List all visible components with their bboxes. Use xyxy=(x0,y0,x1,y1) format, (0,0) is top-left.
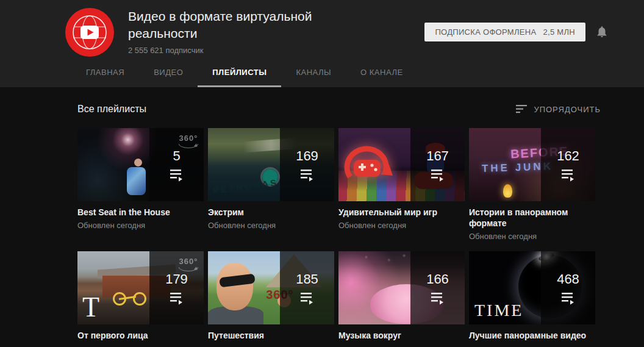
playlist-card[interactable]: 5 360° Best Seat in the House Обновлен с… xyxy=(77,128,204,241)
playlist-count-overlay: 162 xyxy=(541,128,595,201)
playlist-title[interactable]: Best Seat in the House xyxy=(77,207,204,218)
playlist-count-overlay: 167 xyxy=(410,128,465,201)
video-count: 179 xyxy=(165,271,188,287)
channel-avatar xyxy=(65,8,114,57)
video-count: 162 xyxy=(557,148,579,164)
tab-videos[interactable]: ВИДЕО xyxy=(139,59,198,87)
playlist-card[interactable]: 166 Музыка вокруг xyxy=(338,251,465,341)
tab-home[interactable]: ГЛАВНАЯ xyxy=(71,59,139,87)
playlist-thumbnail[interactable]: 5 360° xyxy=(77,128,204,201)
playlist-title[interactable]: Лучшие панорамные видео xyxy=(469,330,595,341)
playlist-icon xyxy=(170,170,184,182)
playlist-icon xyxy=(301,170,314,182)
petronas-text: PETRONAS xyxy=(213,177,279,196)
playlist-icon xyxy=(431,170,445,182)
360-badge: 360° xyxy=(179,256,198,271)
playlist-thumbnail[interactable]: T 179 360° xyxy=(77,251,204,324)
vr-globe-logo xyxy=(65,8,114,57)
channel-info: Видео в формате виртуальной реальности 2… xyxy=(128,8,348,55)
video-count: 166 xyxy=(426,271,449,287)
time-logo-text: TIME xyxy=(474,301,523,320)
playlist-icon xyxy=(301,293,314,305)
playlist-icon xyxy=(562,170,575,182)
sort-label: УПОРЯДОЧИТЬ xyxy=(534,105,601,114)
video-count: 185 xyxy=(296,271,318,287)
video-count: 5 xyxy=(173,148,180,164)
channel-header: Видео в формате виртуальной реальности 2… xyxy=(0,0,644,59)
playlist-title[interactable]: Музыка вокруг xyxy=(338,330,465,341)
playlist-count-overlay: 169 xyxy=(280,128,334,201)
playlist-count-overlay: 166 xyxy=(410,251,465,324)
playlist-updated: Обновлен сегодня xyxy=(208,221,334,230)
360-badge: 360° xyxy=(179,132,198,148)
subscribed-button[interactable]: ПОДПИСКА ОФОРМЛЕНА 2,5 МЛН xyxy=(424,23,585,41)
tab-channels[interactable]: КАНАЛЫ xyxy=(281,59,346,87)
section-title: Все плейлисты xyxy=(77,104,146,115)
playlist-card[interactable]: T 179 360° От первого лица xyxy=(77,251,204,341)
playlist-count-overlay: 185 xyxy=(280,251,334,324)
playlist-title[interactable]: От первого лица xyxy=(77,330,204,341)
playlist-thumbnail[interactable]: 360° 185 xyxy=(208,251,334,324)
playlist-updated: Обновлен сегодня xyxy=(77,221,204,230)
tab-playlists[interactable]: ПЛЕЙЛИСТЫ xyxy=(198,59,281,87)
subscribed-label: ПОДПИСКА ОФОРМЛЕНА xyxy=(435,27,536,37)
playlist-card[interactable]: PETRONAS 169 Экстрим Обновлен сегодня xyxy=(208,128,334,241)
notification-bell-icon[interactable] xyxy=(595,25,609,38)
nyt-logo-text: T xyxy=(82,295,99,320)
video-count: 169 xyxy=(296,148,318,164)
playlist-icon xyxy=(562,293,575,305)
playlist-title[interactable]: Удивительный мир игр xyxy=(338,207,465,218)
playlists-grid: 5 360° Best Seat in the House Обновлен с… xyxy=(77,128,601,341)
section-header: Все плейлисты УПОРЯДОЧИТЬ xyxy=(77,104,601,115)
playlist-card[interactable]: TIME 468 Лучшие панорамные видео xyxy=(469,251,595,341)
subscriber-count-short: 2,5 МЛН xyxy=(543,27,575,37)
playlist-icon xyxy=(431,293,445,305)
playlist-title[interactable]: Истории в панорамном формате xyxy=(469,207,595,229)
gamepad-360-logo xyxy=(342,143,394,191)
playlist-thumbnail[interactable]: 167 xyxy=(338,128,465,201)
subscriber-count: 2 555 621 подписчик xyxy=(128,46,348,55)
playlists-page: Все плейлисты УПОРЯДОЧИТЬ 5 xyxy=(77,104,601,341)
playlist-thumbnail[interactable]: BEFORE THE JUNK 162 xyxy=(469,128,595,201)
playlist-thumbnail[interactable]: PETRONAS 169 xyxy=(208,128,334,201)
playlist-title[interactable]: Путешествия xyxy=(208,330,334,341)
playlist-updated: Обновлен сегодня xyxy=(469,232,595,241)
video-count: 167 xyxy=(426,148,449,164)
playlist-icon xyxy=(170,293,184,305)
sort-icon xyxy=(516,105,528,113)
channel-tabs: ГЛАВНАЯ ВИДЕО ПЛЕЙЛИСТЫ КАНАЛЫ О КАНАЛЕ xyxy=(0,59,644,87)
playlist-updated: Обновлен сегодня xyxy=(338,221,465,230)
playlist-card[interactable]: BEFORE THE JUNK 162 Истории в панорамном… xyxy=(469,128,595,241)
playlist-card[interactable]: 360° 185 Путешествия xyxy=(208,251,334,341)
playlist-thumbnail[interactable]: 166 xyxy=(338,251,465,324)
playlist-title[interactable]: Экстрим xyxy=(208,207,334,218)
playlist-thumbnail[interactable]: TIME 468 xyxy=(469,251,595,324)
video-count: 468 xyxy=(557,271,579,287)
channel-title: Видео в формате виртуальной реальности xyxy=(128,8,348,42)
playlist-count-overlay: 468 xyxy=(541,251,595,324)
sort-button[interactable]: УПОРЯДОЧИТЬ xyxy=(516,105,601,114)
tab-about[interactable]: О КАНАЛЕ xyxy=(346,59,418,87)
playlist-card[interactable]: 167 Удивительный мир игр Обновлен сегодн… xyxy=(338,128,465,241)
